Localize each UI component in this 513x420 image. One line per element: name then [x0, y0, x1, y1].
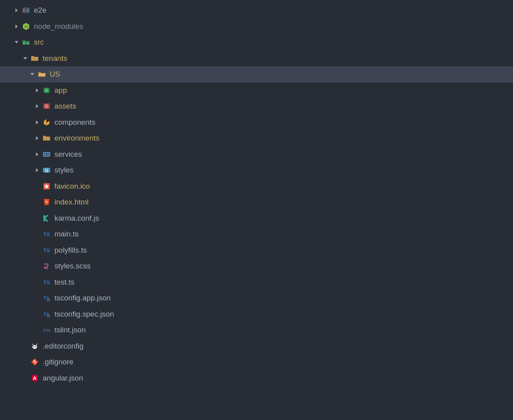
tree-item-test-ts[interactable]: TStest.ts [0, 274, 513, 291]
tree-item-label: assets [54, 102, 76, 111]
tree-item-label: test.ts [54, 278, 75, 287]
svg-text:TS: TS [43, 296, 49, 300]
tree-item-tenants[interactable]: tenants [0, 51, 513, 67]
chevron-down-icon[interactable] [23, 56, 28, 61]
svg-text:TS: TS [43, 248, 50, 253]
tree-item-tsconfig-app-json[interactable]: TStsconfig.app.json [0, 290, 513, 306]
chevron-right-icon[interactable] [35, 104, 39, 109]
html-icon: 5 [43, 198, 51, 206]
app-icon [43, 86, 51, 94]
ts-icon: TS [43, 246, 51, 254]
tree-item-us[interactable]: US [0, 66, 513, 82]
tree-item-app[interactable]: app [0, 82, 513, 99]
tree-item-label: tsconfig.app.json [54, 294, 111, 302]
tree-item-label: app [54, 86, 67, 95]
svg-text:{TS}: {TS} [43, 328, 51, 332]
file-tree: e2e JSnode_modules src tenants US app as… [0, 2, 513, 386]
tree-item-components[interactable]: components [0, 114, 513, 131]
chevron-right-icon[interactable] [14, 8, 19, 13]
tree-item-styles[interactable]: {}styles [0, 162, 513, 178]
tree-item-label: karma.conf.js [54, 214, 99, 223]
node-icon: JS [22, 22, 30, 30]
tree-item-index-html[interactable]: 5index.html [0, 194, 513, 210]
tree-item-label: environments [54, 134, 99, 142]
favicon-icon [43, 182, 51, 190]
svg-text:JS: JS [24, 25, 28, 28]
tree-item-label: src [34, 38, 44, 47]
tree-item-label: main.ts [54, 230, 79, 238]
svg-text:TS: TS [43, 231, 50, 237]
chevron-right-icon[interactable] [35, 88, 39, 93]
chevron-down-icon[interactable] [14, 40, 19, 45]
tree-item-label: .gitignore [43, 358, 73, 366]
e2e-icon [22, 6, 30, 14]
scss-icon [43, 262, 51, 270]
tree-item-assets[interactable]: assets [0, 98, 513, 114]
svg-text:5: 5 [46, 200, 48, 204]
tree-item--editorconfig[interactable]: .editorconfig [0, 338, 513, 354]
assets-icon [43, 102, 51, 110]
tree-item-environments[interactable]: environments [0, 130, 513, 146]
chevron-right-icon[interactable] [35, 120, 39, 125]
tree-item-label: favicon.ico [54, 182, 90, 191]
folder-open-icon [38, 70, 46, 78]
tree-item-label: e2e [34, 6, 47, 15]
git-icon [31, 358, 39, 366]
chevron-right-icon[interactable] [35, 136, 39, 141]
tree-item-label: tenants [43, 54, 67, 63]
svg-point-4 [46, 90, 47, 91]
tree-item-label: services [54, 150, 82, 159]
services-icon [43, 150, 51, 158]
karma-icon [43, 214, 51, 222]
styles-icon: {} [43, 166, 51, 174]
chevron-right-icon[interactable] [14, 24, 19, 29]
ts-icon: TS [43, 230, 51, 238]
tree-item-styles-scss[interactable]: styles.scss [0, 258, 513, 274]
tree-item-karma-conf-js[interactable]: karma.conf.js [0, 210, 513, 227]
chevron-right-icon[interactable] [35, 168, 39, 172]
svg-rect-0 [22, 8, 30, 13]
chevron-right-icon[interactable] [35, 152, 39, 157]
angular-icon [31, 374, 39, 382]
tree-item-label: angular.json [43, 374, 83, 382]
tree-item-label: node_modules [34, 22, 83, 31]
svg-point-26 [32, 345, 37, 349]
tsconf-icon: TS [43, 310, 51, 318]
svg-point-15 [43, 216, 45, 217]
tree-item-e2e[interactable]: e2e [0, 2, 513, 19]
tree-item-label: polyfills.ts [54, 246, 87, 255]
tree-item-label: US [50, 70, 60, 79]
tree-item-label: tsconfig.spec.json [54, 310, 114, 319]
tsconf-icon: TS [43, 294, 51, 302]
svg-text:TS: TS [43, 279, 50, 285]
src-icon [22, 38, 30, 46]
svg-point-7 [46, 106, 47, 107]
svg-text:{}: {} [45, 169, 48, 172]
tree-item-label: components [54, 118, 95, 127]
folder-icon [31, 54, 39, 62]
tree-item-label: styles [54, 166, 74, 174]
tree-item-services[interactable]: services [0, 146, 513, 163]
tree-item-tslint-json[interactable]: {TS}tslint.json [0, 322, 513, 338]
tree-item-angular-json[interactable]: angular.json [0, 370, 513, 386]
tree-item-label: .editorconfig [43, 342, 84, 351]
svg-point-21 [48, 300, 49, 300]
tree-item--gitignore[interactable]: .gitignore [0, 354, 513, 370]
chevron-down-icon[interactable] [30, 72, 35, 77]
svg-point-28 [35, 346, 36, 347]
ts-icon: TS [43, 278, 51, 286]
folder-icon [43, 134, 51, 142]
tree-item-tsconfig-spec-json[interactable]: TStsconfig.spec.json [0, 306, 513, 322]
tree-item-src[interactable]: src [0, 34, 513, 51]
tree-item-node-modules[interactable]: JSnode_modules [0, 19, 513, 35]
components-icon [43, 118, 51, 126]
svg-text:TS: TS [43, 312, 49, 317]
tree-item-favicon-ico[interactable]: favicon.ico [0, 178, 513, 195]
tree-item-label: styles.scss [54, 262, 91, 270]
svg-point-27 [34, 346, 34, 347]
svg-point-24 [48, 316, 49, 317]
tree-item-label: tslint.json [54, 326, 86, 334]
tslint-icon: {TS} [43, 326, 51, 334]
tree-item-main-ts[interactable]: TSmain.ts [0, 226, 513, 242]
tree-item-polyfills-ts[interactable]: TSpolyfills.ts [0, 242, 513, 259]
